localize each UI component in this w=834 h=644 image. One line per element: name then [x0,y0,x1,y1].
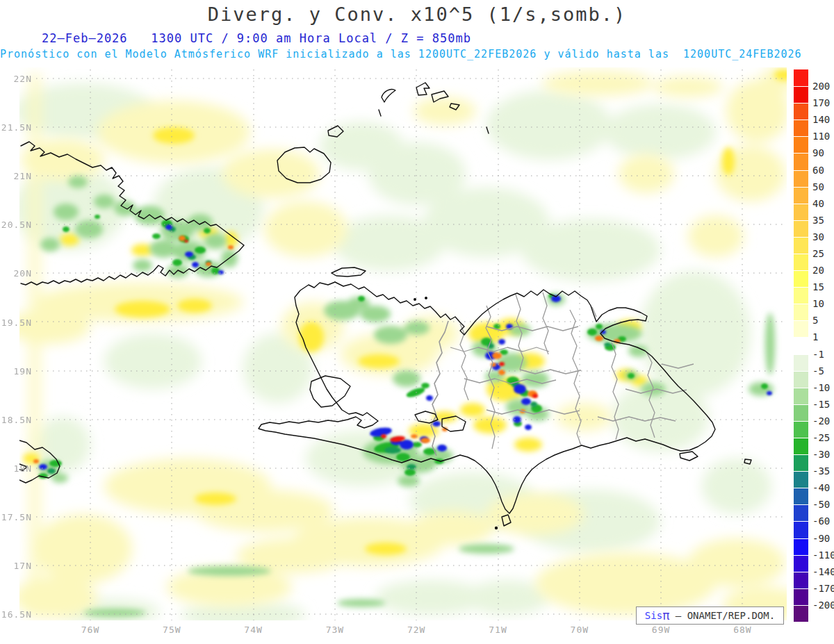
colorbar-cell [794,220,808,237]
colorbar-cell [794,320,808,337]
map-canvas [0,0,834,644]
colorbar-tick-label: 30 [812,231,824,242]
islet-dot-1 [414,299,416,301]
island-caicos-1 [382,90,395,102]
colorbar-tick-label: 50 [812,181,824,192]
colorbar: 2001701401109060504035302520151051-1-5-1… [794,69,808,622]
colorbar-tick-label: -15 [812,399,830,410]
colorbar-tick-label: -110 [812,550,834,561]
island-tortue [332,267,366,276]
island-gonave [310,376,350,407]
lon-tick-label: 68W [733,625,751,635]
colorbar-tick-label: -10 [812,382,830,393]
colorbar-tick-label: 25 [812,248,824,259]
lon-tick-label: 70W [571,625,589,635]
colorbar-cell [794,69,808,86]
colorbar-cell [794,287,808,304]
colorbar-tick-label: -1 [812,349,824,360]
contour-fill-layer [7,67,806,629]
colorbar-tick-label: -170 [812,583,834,594]
pi-symbol: π [662,611,669,620]
colorbar-cell [794,555,808,572]
colorbar-cell [794,504,808,521]
colorbar-cell [794,404,808,421]
lat-tick-label: 18.5N [0,414,32,424]
colorbar-cell [794,254,808,270]
colorbar-cell [794,204,808,220]
colorbar-cell [794,605,808,622]
islet-tick-1 [379,110,381,116]
colorbar-cell [794,421,808,438]
lat-tick-label: 17N [0,561,32,571]
colorbar-cell [794,438,808,454]
colorbar-cell [794,237,808,254]
lat-tick-label: 21N [0,171,32,181]
colorbar-tick-label: -140 [812,566,834,577]
colorbar-cell [794,572,808,588]
lon-tick-label: 69W [652,625,670,635]
lat-tick-label: 19.5N [0,317,32,327]
colorbar-tick-label: 20 [812,265,824,276]
colorbar-cell [794,337,808,354]
colorbar-tick-label: 35 [812,215,824,226]
island-caicos-2 [416,83,430,95]
colorbar-cell [794,304,808,320]
sispi-product-name: Sis [645,610,662,621]
colorbar-tick-label: 40 [812,198,824,209]
colorbar-cell [794,119,808,136]
colorbar-tick-label: -25 [812,432,830,443]
lat-tick-label: 16.5N [0,609,32,620]
colorbar-tick-label: -60 [812,515,830,527]
islet-dot-2 [425,297,427,299]
colorbar-tick-label: -200 [812,600,834,611]
island-saona [680,452,698,461]
colorbar-tick-label: 15 [812,281,824,292]
colorbar-cell [794,153,808,170]
sispi-credit-box: Sisπ – ONAMET/REP.DOM. [636,606,784,625]
colorbar-tick-label: -30 [812,449,830,460]
colorbar-tick-label: -90 [812,533,830,544]
lon-tick-label: 72W [407,625,425,635]
lat-tick-label: 18N [0,463,32,473]
colorbar-cell [794,170,808,187]
lat-tick-label: 20N [0,268,32,279]
colorbar-cell [794,538,808,555]
colorbar-cell [794,371,808,388]
colorbar-tick-label: 110 [812,131,830,142]
weather-map-page: Diverg. y Conv. x10^5 (1/s,somb.) 22–Feb… [0,0,834,644]
colorbar-cell [794,454,808,471]
lon-tick-label: 76W [81,625,99,635]
lon-tick-label: 71W [489,625,507,635]
colorbar-tick-label: -5 [812,365,824,377]
colorbar-tick-label: 90 [812,147,824,158]
colorbar-tick-label: 200 [812,81,830,92]
lat-tick-label: 19N [0,365,32,376]
lat-tick-label: 22N [0,74,32,84]
colorbar-cell [794,521,808,538]
colorbar-tick-label: 140 [812,114,830,125]
colorbar-tick-label: -50 [812,499,830,510]
colorbar-tick-label: -20 [812,415,830,427]
colorbar-tick-label: -35 [812,465,830,477]
colorbar-cell [794,187,808,204]
colorbar-tick-label: 5 [812,315,818,326]
colorbar-cell [794,354,808,371]
colorbar-tick-label: 10 [812,298,824,309]
sispi-org: – ONAMET/REP.DOM. [669,610,775,621]
colorbar-cell [794,103,808,119]
lat-tick-label: 17.5N [0,511,32,522]
colorbar-cell [794,471,808,488]
lon-tick-label: 75W [163,625,181,635]
colorbar-cell [794,86,808,103]
lon-tick-label: 73W [326,625,344,635]
colorbar-cell [794,388,808,404]
lon-tick-label: 74W [244,625,262,635]
colorbar-cell [794,136,808,153]
colorbar-cell [794,588,808,605]
colorbar-tick-label: 60 [812,165,824,176]
lat-tick-label: 20.5N [0,220,32,230]
colorbar-tick-label: 170 [812,97,830,108]
colorbar-tick-label: 1 [812,331,818,342]
colorbar-tick-label: -40 [812,482,830,493]
colorbar-cell [794,488,808,504]
